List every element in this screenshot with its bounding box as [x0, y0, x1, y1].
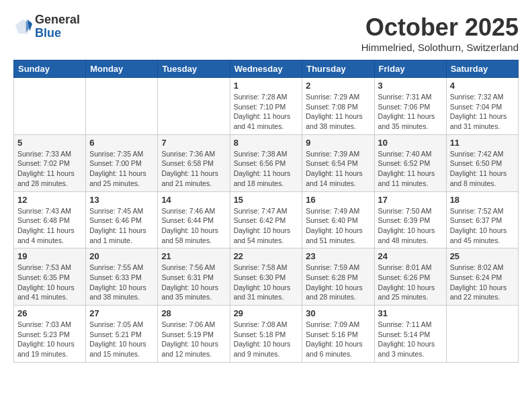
day-number: 5: [17, 138, 82, 148]
day-info: Sunrise: 7:31 AM Sunset: 7:06 PM Dayligh…: [378, 92, 443, 132]
weekday-header-monday: Monday: [86, 60, 158, 78]
day-number: 26: [17, 308, 82, 318]
day-info: Sunrise: 7:46 AM Sunset: 6:44 PM Dayligh…: [161, 206, 226, 246]
calendar-cell: [86, 78, 158, 135]
day-info: Sunrise: 7:49 AM Sunset: 6:40 PM Dayligh…: [306, 206, 370, 246]
calendar-cell: 31Sunrise: 7:11 AM Sunset: 5:14 PM Dayli…: [374, 306, 446, 363]
calendar-cell: [14, 78, 86, 135]
weekday-header-friday: Friday: [374, 60, 446, 78]
day-number: 10: [378, 138, 443, 148]
day-info: Sunrise: 7:50 AM Sunset: 6:39 PM Dayligh…: [378, 206, 443, 246]
calendar-cell: 1Sunrise: 7:28 AM Sunset: 7:10 PM Daylig…: [230, 78, 302, 135]
weekday-header-saturday: Saturday: [446, 60, 518, 78]
calendar-cell: 30Sunrise: 7:09 AM Sunset: 5:16 PM Dayli…: [302, 306, 374, 363]
day-info: Sunrise: 7:29 AM Sunset: 7:08 PM Dayligh…: [306, 92, 370, 132]
calendar-cell: 13Sunrise: 7:45 AM Sunset: 6:46 PM Dayli…: [86, 191, 158, 248]
day-info: Sunrise: 7:38 AM Sunset: 6:56 PM Dayligh…: [234, 149, 299, 189]
day-number: 15: [234, 195, 299, 205]
day-number: 28: [161, 308, 226, 318]
weekday-header-row: SundayMondayTuesdayWednesdayThursdayFrid…: [14, 60, 519, 78]
weekday-header-tuesday: Tuesday: [158, 60, 230, 78]
day-info: Sunrise: 7:39 AM Sunset: 6:54 PM Dayligh…: [306, 149, 370, 189]
day-info: Sunrise: 7:06 AM Sunset: 5:19 PM Dayligh…: [161, 320, 226, 359]
logo-text: General Blue: [35, 13, 80, 40]
day-info: Sunrise: 7:35 AM Sunset: 7:00 PM Dayligh…: [89, 149, 154, 189]
day-info: Sunrise: 7:05 AM Sunset: 5:21 PM Dayligh…: [89, 320, 154, 359]
calendar-cell: 17Sunrise: 7:50 AM Sunset: 6:39 PM Dayli…: [374, 191, 446, 248]
calendar-cell: 23Sunrise: 7:59 AM Sunset: 6:28 PM Dayli…: [302, 248, 374, 306]
day-number: 9: [306, 138, 370, 148]
calendar-cell: 10Sunrise: 7:40 AM Sunset: 6:52 PM Dayli…: [374, 134, 446, 191]
calendar-cell: 16Sunrise: 7:49 AM Sunset: 6:40 PM Dayli…: [302, 191, 374, 248]
title-section: October 2025 Himmelried, Solothurn, Swit…: [361, 13, 519, 53]
day-number: 16: [306, 195, 370, 205]
day-info: Sunrise: 7:47 AM Sunset: 6:42 PM Dayligh…: [234, 206, 299, 246]
location-title: Himmelried, Solothurn, Switzerland: [361, 42, 519, 53]
day-number: 30: [306, 308, 370, 318]
day-number: 20: [89, 251, 154, 261]
calendar-cell: 18Sunrise: 7:52 AM Sunset: 6:37 PM Dayli…: [446, 191, 518, 248]
day-number: 25: [450, 251, 515, 261]
day-info: Sunrise: 7:28 AM Sunset: 7:10 PM Dayligh…: [234, 92, 299, 132]
day-number: 7: [161, 138, 226, 148]
day-info: Sunrise: 7:59 AM Sunset: 6:28 PM Dayligh…: [306, 263, 370, 302]
day-number: 14: [161, 195, 226, 205]
day-number: 13: [89, 195, 154, 205]
calendar-cell: 15Sunrise: 7:47 AM Sunset: 6:42 PM Dayli…: [230, 191, 302, 248]
day-info: Sunrise: 7:43 AM Sunset: 6:48 PM Dayligh…: [17, 206, 82, 246]
calendar-cell: [158, 78, 230, 135]
day-number: 11: [450, 138, 515, 148]
day-number: 8: [234, 138, 299, 148]
day-number: 18: [450, 195, 515, 205]
calendar-cell: 20Sunrise: 7:55 AM Sunset: 6:33 PM Dayli…: [86, 248, 158, 306]
calendar-cell: 3Sunrise: 7:31 AM Sunset: 7:06 PM Daylig…: [374, 78, 446, 135]
calendar-cell: 21Sunrise: 7:56 AM Sunset: 6:31 PM Dayli…: [158, 248, 230, 306]
day-number: 4: [450, 81, 515, 91]
calendar-cell: [446, 306, 518, 363]
page-header: General Blue October 2025 Himmelried, So…: [13, 13, 519, 53]
day-number: 23: [306, 251, 370, 261]
day-info: Sunrise: 7:52 AM Sunset: 6:37 PM Dayligh…: [450, 206, 515, 246]
calendar-cell: 5Sunrise: 7:33 AM Sunset: 7:02 PM Daylig…: [14, 134, 86, 191]
calendar-cell: 26Sunrise: 7:03 AM Sunset: 5:23 PM Dayli…: [14, 306, 86, 363]
week-row-1: 1Sunrise: 7:28 AM Sunset: 7:10 PM Daylig…: [14, 78, 519, 135]
day-number: 2: [306, 81, 370, 91]
calendar-cell: 11Sunrise: 7:42 AM Sunset: 6:50 PM Dayli…: [446, 134, 518, 191]
day-number: 19: [17, 251, 82, 261]
day-number: 1: [234, 81, 299, 91]
day-info: Sunrise: 7:45 AM Sunset: 6:46 PM Dayligh…: [89, 206, 154, 246]
day-number: 21: [161, 251, 226, 261]
day-info: Sunrise: 7:56 AM Sunset: 6:31 PM Dayligh…: [161, 263, 226, 302]
day-info: Sunrise: 7:42 AM Sunset: 6:50 PM Dayligh…: [450, 149, 515, 189]
day-info: Sunrise: 7:55 AM Sunset: 6:33 PM Dayligh…: [89, 263, 154, 302]
day-info: Sunrise: 8:01 AM Sunset: 6:26 PM Dayligh…: [378, 263, 443, 302]
week-row-4: 19Sunrise: 7:53 AM Sunset: 6:35 PM Dayli…: [14, 248, 519, 306]
week-row-2: 5Sunrise: 7:33 AM Sunset: 7:02 PM Daylig…: [14, 134, 519, 191]
day-number: 17: [378, 195, 443, 205]
weekday-header-wednesday: Wednesday: [230, 60, 302, 78]
calendar-cell: 24Sunrise: 8:01 AM Sunset: 6:26 PM Dayli…: [374, 248, 446, 306]
logo-general: General: [35, 13, 80, 27]
day-number: 27: [89, 308, 154, 318]
calendar-cell: 8Sunrise: 7:38 AM Sunset: 6:56 PM Daylig…: [230, 134, 302, 191]
calendar-cell: 4Sunrise: 7:32 AM Sunset: 7:04 PM Daylig…: [446, 78, 518, 135]
calendar-cell: 7Sunrise: 7:36 AM Sunset: 6:58 PM Daylig…: [158, 134, 230, 191]
calendar-cell: 9Sunrise: 7:39 AM Sunset: 6:54 PM Daylig…: [302, 134, 374, 191]
calendar-cell: 29Sunrise: 7:08 AM Sunset: 5:18 PM Dayli…: [230, 306, 302, 363]
calendar-cell: 14Sunrise: 7:46 AM Sunset: 6:44 PM Dayli…: [158, 191, 230, 248]
calendar-cell: 6Sunrise: 7:35 AM Sunset: 7:00 PM Daylig…: [86, 134, 158, 191]
day-number: 3: [378, 81, 443, 91]
calendar-cell: 27Sunrise: 7:05 AM Sunset: 5:21 PM Dayli…: [86, 306, 158, 363]
calendar-cell: 28Sunrise: 7:06 AM Sunset: 5:19 PM Dayli…: [158, 306, 230, 363]
day-info: Sunrise: 7:36 AM Sunset: 6:58 PM Dayligh…: [161, 149, 226, 189]
logo-blue: Blue: [35, 27, 80, 40]
calendar-cell: 25Sunrise: 8:02 AM Sunset: 6:24 PM Dayli…: [446, 248, 518, 306]
weekday-header-sunday: Sunday: [14, 60, 86, 78]
day-info: Sunrise: 7:32 AM Sunset: 7:04 PM Dayligh…: [450, 92, 515, 132]
calendar-cell: 22Sunrise: 7:58 AM Sunset: 6:30 PM Dayli…: [230, 248, 302, 306]
day-number: 6: [89, 138, 154, 148]
day-info: Sunrise: 7:58 AM Sunset: 6:30 PM Dayligh…: [234, 263, 299, 302]
calendar-cell: 19Sunrise: 7:53 AM Sunset: 6:35 PM Dayli…: [14, 248, 86, 306]
weekday-header-thursday: Thursday: [302, 60, 374, 78]
day-number: 22: [234, 251, 299, 261]
